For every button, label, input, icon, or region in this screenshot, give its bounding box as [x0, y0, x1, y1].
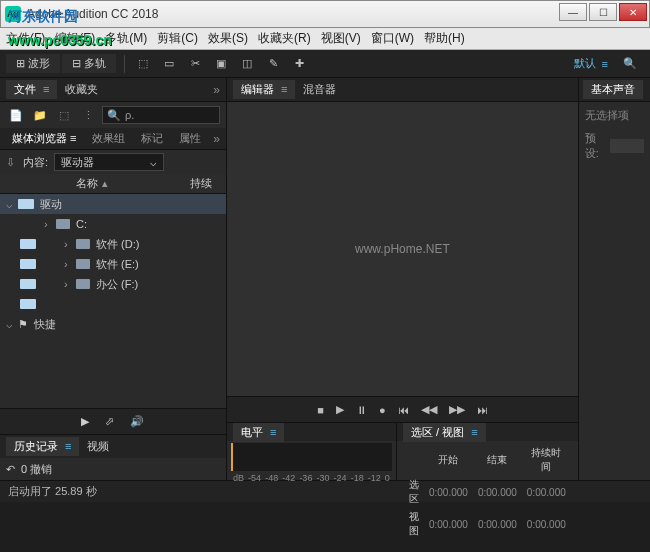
files-panel-head: 文件 ≡ 收藏夹 » [0, 78, 226, 102]
tree-shortcuts[interactable]: ⌵⚑快捷 [0, 314, 226, 334]
tree-root-drives[interactable]: ⌵驱动 [0, 194, 226, 214]
effects-rack-tab[interactable]: 效果组 [86, 129, 131, 148]
tool-marquee-icon[interactable]: ◫ [235, 53, 259, 75]
search-input[interactable]: 🔍ρ. [102, 106, 220, 124]
col-start: 开始 [425, 445, 472, 475]
tool-heal-icon[interactable]: ✚ [287, 53, 311, 75]
new-file-icon[interactable]: 📄 [6, 105, 26, 125]
tree-drive-c[interactable]: ›C: [0, 214, 226, 234]
preview-playbar: ▶ ⬀ 🔊 [0, 408, 226, 434]
play-icon[interactable]: ▶ [336, 403, 344, 416]
favorites-tab[interactable]: 收藏夹 [57, 80, 106, 99]
minimize-button[interactable]: — [559, 3, 587, 21]
record-button-icon[interactable]: ● [379, 404, 386, 416]
waveform-tab[interactable]: ⊞ 波形 [6, 54, 60, 73]
flag-icon: ⚑ [18, 318, 28, 331]
menu-clip[interactable]: 剪辑(C) [157, 30, 198, 47]
chevron-down-icon: ⌵ [150, 156, 157, 169]
view-dur[interactable]: 0:00.000 [523, 509, 570, 539]
levels-tab[interactable]: 电平 ≡ [233, 423, 284, 442]
video-tab[interactable]: 视频 [79, 437, 117, 456]
folder-icon [56, 219, 70, 229]
content-select[interactable]: 驱动器⌵ [54, 153, 164, 171]
row-view: 视图 [405, 509, 423, 539]
sel-dur[interactable]: 0:00.000 [523, 477, 570, 507]
drive-icon [18, 199, 34, 209]
tool-select-icon[interactable]: ▣ [209, 53, 233, 75]
status-text: 启动用了 25.89 秒 [8, 484, 97, 499]
mixer-tab[interactable]: 混音器 [295, 80, 344, 99]
bottom-panels: 电平 ≡ dB-54-48-42-36-30-24-18-120 选区 / 视图… [227, 422, 578, 480]
download-icon[interactable]: ⇩ [6, 156, 15, 169]
tool-cut-icon[interactable]: ✂ [183, 53, 207, 75]
main-area: 河东软件园 www.pc0359.cn 文件 ≡ 收藏夹 » 📄 📁 ⬚ ⋮ 🔍… [0, 78, 650, 480]
panel-menu-icon[interactable]: ≡ [43, 83, 49, 95]
folder-icon [76, 259, 90, 269]
editor-area[interactable]: www.pHome.NET [227, 102, 578, 396]
menu-help[interactable]: 帮助(H) [424, 30, 465, 47]
rewind-icon[interactable]: ◀◀ [421, 403, 437, 416]
history-panel-head: 历史记录 ≡ 视频 [0, 434, 226, 458]
media-browser-tab[interactable]: 媒体浏览器 ≡ [6, 129, 82, 148]
no-selection-label: 无选择项 [585, 108, 644, 123]
search-icon: 🔍 [107, 109, 121, 122]
essential-sound-tab[interactable]: 基本声音 [583, 80, 643, 99]
maximize-button[interactable]: ☐ [589, 3, 617, 21]
content-label: 内容: [23, 155, 48, 170]
forward-icon[interactable]: ▶▶ [449, 403, 465, 416]
history-tab[interactable]: 历史记录 ≡ [6, 437, 79, 456]
menu-window[interactable]: 窗口(W) [371, 30, 414, 47]
col-duration2: 持续时间 [523, 445, 570, 475]
record-icon[interactable]: ⬚ [54, 105, 74, 125]
browser-panel-head: 媒体浏览器 ≡ 效果组 标记 属性 » [0, 128, 226, 150]
menu-view[interactable]: 视图(V) [321, 30, 361, 47]
drive-icon [20, 259, 36, 269]
browser-chevron-icon[interactable]: » [213, 132, 220, 146]
preset-select[interactable] [610, 139, 644, 153]
editor-panel-head: 编辑器 ≡ 混音器 [227, 78, 578, 102]
skip-back-icon[interactable]: ⏮ [398, 404, 409, 416]
preview-volume-icon[interactable]: 🔊 [130, 415, 144, 428]
col-duration[interactable]: 持续 [190, 176, 220, 191]
sel-start[interactable]: 0:00.000 [425, 477, 472, 507]
sel-end[interactable]: 0:00.000 [474, 477, 521, 507]
workspace-menu-icon[interactable]: ≡ [602, 58, 608, 70]
drive-item [0, 294, 226, 314]
skip-fwd-icon[interactable]: ⏭ [477, 404, 488, 416]
panel-chevron-icon[interactable]: » [213, 83, 220, 97]
editor-tab[interactable]: 编辑器 ≡ [233, 80, 295, 99]
preview-export-icon[interactable]: ⬀ [105, 415, 114, 428]
stop-icon[interactable]: ■ [317, 404, 324, 416]
tool-hand-icon[interactable]: ⬚ [131, 53, 155, 75]
menu-effects[interactable]: 效果(S) [208, 30, 248, 47]
drive-icon [20, 239, 36, 249]
search-help-icon[interactable]: 🔍 [618, 53, 642, 75]
col-name[interactable]: 名称▴ [76, 176, 190, 191]
files-tab[interactable]: 文件 ≡ [6, 80, 57, 99]
level-scale: dB-54-48-42-36-30-24-18-120 [227, 473, 396, 483]
view-end[interactable]: 0:00.000 [474, 509, 521, 539]
drive-icon [20, 299, 36, 309]
levels-panel: 电平 ≡ dB-54-48-42-36-30-24-18-120 [227, 423, 397, 480]
tree-view: ⌵驱动 ›C: ›软件 (D:) ›软件 (E:) ›办公 (F:) ⌵⚑快捷 [0, 194, 226, 408]
history-body: ↶ 0 撤销 [0, 458, 226, 480]
workspace-label[interactable]: 默认 [574, 56, 596, 71]
preview-play-icon[interactable]: ▶ [81, 415, 89, 428]
transport-bar: ■ ▶ ⏸ ● ⏮ ◀◀ ▶▶ ⏭ [227, 396, 578, 422]
properties-tab[interactable]: 属性 [173, 129, 207, 148]
markers-tab[interactable]: 标记 [135, 129, 169, 148]
tool-brush-icon[interactable]: ✎ [261, 53, 285, 75]
selection-table: 开始结束持续时间 选区0:00.0000:00.0000:00.000 视图0:… [403, 443, 572, 541]
undo-icon[interactable]: ↶ [6, 463, 15, 476]
folder-icon [76, 239, 90, 249]
pause-icon[interactable]: ⏸ [356, 404, 367, 416]
close-button[interactable]: ✕ [619, 3, 647, 21]
level-meter [231, 443, 392, 471]
list-icon[interactable]: ⋮ [78, 105, 98, 125]
tool-move-icon[interactable]: ▭ [157, 53, 181, 75]
open-file-icon[interactable]: 📁 [30, 105, 50, 125]
selection-tab[interactable]: 选区 / 视图 ≡ [403, 423, 486, 442]
menu-favorites[interactable]: 收藏夹(R) [258, 30, 311, 47]
view-start[interactable]: 0:00.000 [425, 509, 472, 539]
multitrack-tab[interactable]: ⊟ 多轨 [62, 54, 116, 73]
